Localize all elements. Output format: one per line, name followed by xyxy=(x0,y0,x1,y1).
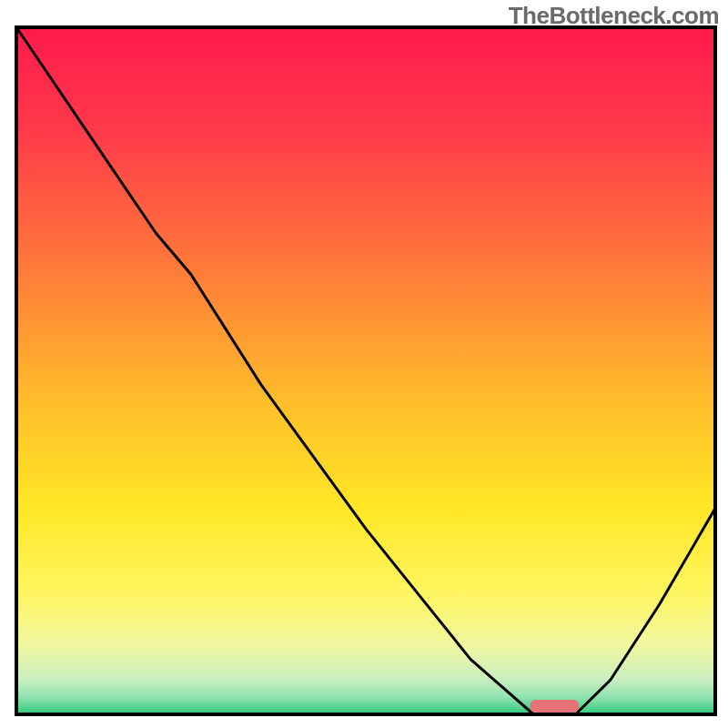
bottleneck-chart xyxy=(0,0,728,728)
optimal-marker xyxy=(530,700,579,713)
plot-background xyxy=(16,27,715,714)
chart-frame: TheBottleneck.com xyxy=(0,0,728,728)
watermark-text: TheBottleneck.com xyxy=(509,2,719,30)
